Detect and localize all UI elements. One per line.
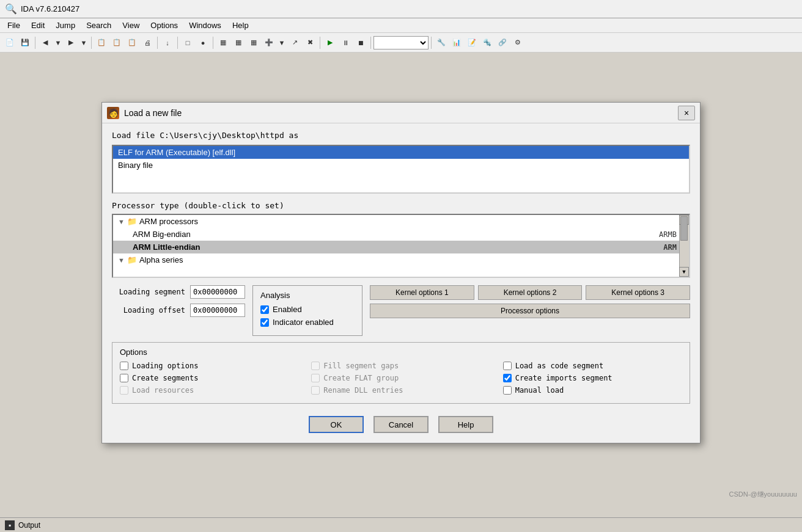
- menu-search[interactable]: Search: [81, 20, 116, 31]
- toolbar-btn-copy1[interactable]: 📋: [94, 35, 109, 50]
- toolbar-btn-run[interactable]: ▶: [323, 35, 337, 50]
- option-create-imports-row: Rename DLL entries: [311, 386, 490, 395]
- toolbar-btn-dropdown2[interactable]: ▼: [79, 35, 89, 50]
- toolbar-btn-print[interactable]: 🖨: [140, 35, 155, 50]
- option-rename-dll-label: Create imports segment: [515, 374, 613, 382]
- toolbar-btn-d1[interactable]: 🔧: [434, 35, 449, 50]
- toolbar-btn-t1[interactable]: ▦: [216, 35, 230, 50]
- analysis-enabled-row: Enabled: [260, 305, 355, 314]
- toolbar-btn-fwd[interactable]: ▶: [64, 35, 78, 50]
- option-loading-options-checkbox[interactable]: [120, 362, 128, 370]
- toolbar-btn-copy3[interactable]: 📋: [125, 35, 139, 50]
- toolbar-btn-dropdown1[interactable]: ▼: [53, 35, 63, 50]
- app-title: IDA v7.6.210427: [21, 4, 79, 13]
- toolbar-sep-4: [177, 37, 178, 49]
- tree-item-arm-little-code: ARM: [663, 243, 677, 252]
- cancel-button[interactable]: Cancel: [373, 416, 429, 433]
- loading-segment-input[interactable]: [190, 285, 245, 299]
- tree-item-arm-little[interactable]: ARM Little-endian ARM: [113, 241, 689, 253]
- dialog-titlebar: 🧑 Load a new file ×: [102, 103, 700, 123]
- option-create-flat-label: Create FLAT group: [323, 374, 399, 382]
- menu-view[interactable]: View: [117, 20, 144, 31]
- toolbar-btn-stop[interactable]: ⏹: [353, 35, 368, 50]
- option-create-flat-checkbox[interactable]: [311, 374, 320, 382]
- toolbar-btn-dropdown3[interactable]: ▼: [277, 35, 287, 50]
- tree-item-alpha[interactable]: ▼ 📁 Alpha series: [113, 253, 689, 266]
- toolbar-btn-t5[interactable]: ✖: [303, 35, 317, 50]
- toolbar-btn-plus[interactable]: ➕: [262, 35, 276, 50]
- tree-item-arm-big[interactable]: ARM Big-endian ARMB: [113, 228, 689, 241]
- dialog-icon: 🧑: [107, 107, 119, 119]
- processor-tree[interactable]: ▼ 📁 ARM processors ARM Big-endian ARMB A…: [112, 214, 690, 278]
- status-icon: ▪: [5, 520, 15, 530]
- kernel-options-3-button[interactable]: Kernel options 3: [586, 285, 690, 300]
- toolbar-sep-3: [157, 37, 158, 49]
- option-create-flat-row: Create FLAT group: [311, 374, 490, 382]
- analysis-indicator-row: Indicator enabled: [260, 318, 355, 327]
- toolbar-btn-d3[interactable]: 📝: [465, 35, 479, 50]
- toolbar-btn-circle[interactable]: ●: [196, 35, 210, 50]
- loading-offset-input[interactable]: [190, 304, 245, 317]
- option-create-segments-row: Fill segment gaps: [311, 362, 490, 370]
- menu-options[interactable]: Options: [145, 20, 183, 31]
- option-manual-load-checkbox[interactable]: [503, 386, 512, 395]
- analysis-title: Analysis: [260, 291, 355, 300]
- processor-tree-scrollbar[interactable]: ▲ ▼: [679, 215, 689, 277]
- status-bar: ▪ Output: [0, 517, 802, 532]
- option-load-code-checkbox[interactable]: [120, 386, 128, 395]
- tree-item-alpha-label: Alpha series: [139, 255, 677, 264]
- menu-edit[interactable]: Edit: [26, 20, 50, 31]
- option-fill-segment-row: Create segments: [120, 374, 299, 382]
- kernel-options-section: Kernel options 1 Kernel options 2 Kernel…: [370, 285, 690, 336]
- toolbar-btn-pause[interactable]: ⏸: [338, 35, 353, 50]
- option-create-imports-checkbox[interactable]: [311, 386, 320, 395]
- option-manual-load-row: Manual load: [503, 386, 682, 395]
- help-button[interactable]: Help: [438, 416, 493, 433]
- toolbar-btn-t4[interactable]: ↗: [287, 35, 302, 50]
- scrollbar-thumb[interactable]: [680, 216, 688, 241]
- toolbar-btn-new[interactable]: 📄: [2, 35, 17, 50]
- toolbar-btn-rect[interactable]: □: [180, 35, 195, 50]
- option-load-resources-label: Load as code segment: [515, 362, 604, 370]
- toolbar-btn-t3[interactable]: ▦: [246, 35, 261, 50]
- toolbar-btn-d4[interactable]: 🔩: [480, 35, 495, 50]
- toolbar-btn-arrow[interactable]: ↓: [160, 35, 175, 50]
- ok-button[interactable]: OK: [309, 416, 364, 433]
- loading-offset-row: Loading offset: [112, 304, 245, 317]
- file-type-list[interactable]: ELF for ARM (Executable) [elf.dll] Binar…: [112, 145, 690, 194]
- toolbar-btn-d5[interactable]: 🔗: [495, 35, 510, 50]
- kernel-options-1-button[interactable]: Kernel options 1: [370, 285, 474, 300]
- file-type-item-elf[interactable]: ELF for ARM (Executable) [elf.dll]: [113, 146, 689, 159]
- analysis-section: Analysis Enabled Indicator enabled: [252, 285, 362, 336]
- toolbar-btn-d6[interactable]: ⚙: [510, 35, 525, 50]
- toolbar-btn-copy2[interactable]: 📋: [109, 35, 124, 50]
- toolbar-dropdown[interactable]: [373, 36, 429, 49]
- option-rename-dll-checkbox[interactable]: [503, 374, 512, 382]
- menu-jump[interactable]: Jump: [51, 20, 80, 31]
- toolbar-btn-save[interactable]: 💾: [18, 35, 32, 50]
- processor-options-button[interactable]: Processor options: [370, 304, 690, 318]
- option-create-segments-checkbox[interactable]: [311, 362, 320, 370]
- option-loading-options-row: Loading options: [120, 362, 299, 370]
- option-fill-segment-checkbox[interactable]: [120, 374, 128, 382]
- analysis-enabled-checkbox[interactable]: [260, 305, 269, 314]
- dialog-body: Load file C:\Users\cjy\Desktop\httpd as …: [102, 123, 700, 443]
- toolbar-btn-t2[interactable]: ▦: [231, 35, 246, 50]
- loading-offset-label: Loading offset: [112, 306, 185, 315]
- menu-file[interactable]: File: [2, 20, 25, 31]
- processor-type-label: Processor type (double-click to set): [112, 201, 690, 210]
- dialog-close-button[interactable]: ×: [678, 106, 695, 120]
- status-label: Output: [18, 521, 40, 530]
- analysis-indicator-checkbox[interactable]: [260, 318, 269, 327]
- analysis-enabled-label: Enabled: [273, 305, 302, 314]
- menu-windows[interactable]: Windows: [184, 20, 226, 31]
- app-icon: 🔍: [5, 3, 17, 15]
- toolbar-btn-back[interactable]: ◀: [38, 35, 53, 50]
- scrollbar-down-btn[interactable]: ▼: [679, 267, 689, 277]
- kernel-options-2-button[interactable]: Kernel options 2: [478, 285, 583, 300]
- tree-item-arm-processors[interactable]: ▼ 📁 ARM processors: [113, 215, 689, 228]
- option-load-resources-checkbox[interactable]: [503, 362, 512, 370]
- file-type-item-binary[interactable]: Binary file: [113, 159, 689, 172]
- menu-help[interactable]: Help: [227, 20, 254, 31]
- toolbar-btn-d2[interactable]: 📊: [449, 35, 464, 50]
